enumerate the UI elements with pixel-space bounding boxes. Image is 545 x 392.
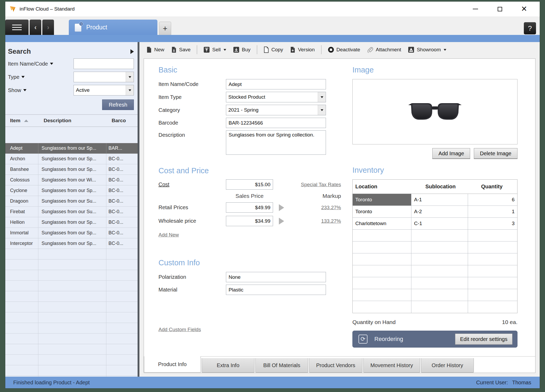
add-image-button[interactable]: Add Image bbox=[432, 148, 470, 159]
retail-price-input[interactable] bbox=[226, 202, 273, 213]
delete-image-button[interactable]: Delete Image bbox=[474, 148, 517, 159]
product-detail-panel: Basic Item Name/Code Item Type Stocked P… bbox=[144, 58, 535, 373]
list-item-adept[interactable]: AdeptSunglasses from our Sp...BAR... bbox=[5, 143, 138, 154]
save-icon bbox=[171, 47, 177, 53]
retail-prices-label: Retail Prices bbox=[158, 204, 226, 211]
inventory-row-empty[interactable] bbox=[353, 230, 517, 241]
column-header-description[interactable]: Description bbox=[44, 118, 112, 124]
paperclip-icon bbox=[367, 47, 373, 53]
edit-reorder-settings-button[interactable]: Edit reorder settings bbox=[455, 334, 512, 345]
attachment-button[interactable]: Attachment bbox=[364, 44, 404, 55]
apply-markup-arrow-icon[interactable] bbox=[279, 218, 284, 225]
inventory-row-empty[interactable] bbox=[353, 277, 517, 289]
retail-markup-link[interactable]: 233.27% bbox=[292, 205, 341, 211]
inventory-row[interactable]: Toronto A-2 1 bbox=[353, 206, 517, 218]
deactivate-button[interactable]: Deactivate bbox=[325, 44, 363, 55]
tab-product[interactable]: + Product bbox=[69, 20, 157, 35]
column-header-item[interactable]: Item bbox=[10, 118, 20, 124]
tab-order-history[interactable]: Order History bbox=[421, 358, 474, 373]
sell-button[interactable]: Sell bbox=[201, 44, 229, 55]
inventory-row[interactable]: Toronto A-1 6 bbox=[353, 194, 517, 206]
list-item-empty bbox=[5, 302, 138, 312]
list-item-empty bbox=[5, 355, 138, 365]
column-header-barcode[interactable]: Barco bbox=[112, 118, 138, 124]
copy-icon bbox=[264, 47, 269, 53]
nav-back-button[interactable]: ‹ bbox=[30, 20, 41, 35]
accent-strip bbox=[5, 35, 540, 42]
field-selector-dropdown-icon[interactable] bbox=[21, 76, 25, 78]
inventory-row-empty[interactable] bbox=[353, 253, 517, 265]
close-button[interactable]: ✕ bbox=[520, 5, 528, 13]
item-type-select[interactable]: Stocked Product bbox=[226, 92, 326, 102]
item-name-search-input[interactable] bbox=[74, 58, 134, 69]
inventory-row-empty[interactable] bbox=[353, 241, 517, 253]
cost-link[interactable]: Cost bbox=[158, 181, 226, 188]
main-menu-button[interactable] bbox=[5, 20, 29, 35]
new-tab-button[interactable]: + bbox=[159, 22, 171, 35]
sidebar-splitter[interactable] bbox=[138, 42, 139, 377]
markup-header: Markup bbox=[292, 193, 341, 199]
list-item-empty bbox=[5, 291, 138, 302]
add-custom-fields-link[interactable]: Add Custom Fields bbox=[158, 327, 341, 332]
list-item-immortal[interactable]: ImmortalSunglasses from our Sp...BC-0... bbox=[5, 228, 138, 238]
field-selector-dropdown-icon[interactable] bbox=[23, 89, 26, 91]
reordering-bar: ⟳ Reordering Edit reorder settings bbox=[352, 331, 517, 348]
save-button[interactable]: Save bbox=[169, 44, 193, 55]
product-document-icon: + bbox=[75, 23, 82, 32]
inventory-row-empty[interactable] bbox=[353, 265, 517, 277]
category-select[interactable]: 2021 - Spring bbox=[226, 105, 326, 115]
tab-extra-info[interactable]: Extra Info bbox=[202, 358, 255, 373]
tab-product-vendors[interactable]: Product Vendors bbox=[309, 358, 362, 373]
barcode-input[interactable] bbox=[226, 118, 326, 128]
buy-button[interactable]: Buy bbox=[230, 44, 253, 55]
list-item-archon[interactable]: ArchonSunglasses from our Sp...BC-0... bbox=[5, 154, 138, 164]
list-item-firebat[interactable]: FirebatSunglasses from our Su...BC-0... bbox=[5, 207, 138, 217]
column-header-location: Location bbox=[353, 184, 411, 190]
list-item-hellion[interactable]: HellionSunglasses from our Sp...BC-0... bbox=[5, 217, 138, 228]
list-item-empty bbox=[5, 312, 138, 323]
tab-movement-history[interactable]: Movement History bbox=[363, 358, 420, 373]
field-selector-dropdown-icon[interactable] bbox=[50, 63, 53, 65]
list-item-dragoon[interactable]: DragoonSunglasses from our Su...BC-0... bbox=[5, 196, 138, 207]
cost-input[interactable] bbox=[226, 179, 273, 190]
wholesale-price-input[interactable] bbox=[226, 216, 273, 226]
list-item-banshee[interactable]: BansheeSunglasses from our Sp...BC-0... bbox=[5, 164, 138, 175]
show-select[interactable]: Active bbox=[74, 85, 134, 95]
special-tax-rates-link[interactable]: Special Tax Rates bbox=[292, 182, 341, 188]
list-item-colossus[interactable]: ColossusSunglasses from our Wi...BC-0... bbox=[5, 175, 138, 185]
polarization-input[interactable] bbox=[226, 272, 326, 282]
help-button[interactable]: ? bbox=[524, 22, 536, 34]
refresh-button[interactable]: Refresh bbox=[102, 99, 134, 110]
tab-bill-of-materials[interactable]: Bill Of Materials bbox=[255, 358, 308, 373]
list-item-interceptor[interactable]: InterceptorSunglasses from our Sp...BC-0… bbox=[5, 238, 138, 249]
barcode-label: Barcode bbox=[158, 120, 226, 126]
item-name-input[interactable] bbox=[226, 79, 326, 89]
item-list-header: Item Description Barco bbox=[5, 115, 138, 127]
toolbar-separator bbox=[257, 45, 257, 54]
apply-markup-arrow-icon[interactable] bbox=[279, 204, 284, 211]
material-label: Material bbox=[158, 287, 226, 293]
material-input[interactable] bbox=[226, 285, 326, 295]
description-textarea[interactable]: Sunglasses from our Spring collection. bbox=[226, 130, 326, 155]
version-button[interactable]: Version bbox=[287, 44, 317, 55]
minimize-button[interactable] bbox=[471, 5, 479, 13]
inventory-row-empty[interactable] bbox=[353, 289, 517, 301]
wholesale-markup-link[interactable]: 133.27% bbox=[292, 218, 341, 224]
inventory-row[interactable]: Charlottetown C-1 3 bbox=[353, 218, 517, 230]
type-select[interactable] bbox=[74, 72, 134, 82]
copy-button[interactable]: Copy bbox=[261, 44, 286, 55]
tab-product-info[interactable]: Product Info bbox=[144, 356, 201, 373]
product-toolbar: New Save Sell bbox=[139, 42, 540, 57]
new-button[interactable]: New bbox=[144, 44, 167, 55]
showroom-button[interactable]: Showroom bbox=[405, 44, 449, 55]
maximize-button[interactable] bbox=[496, 5, 504, 13]
collapse-panel-arrow-icon[interactable] bbox=[130, 49, 134, 54]
nav-forward-button[interactable]: › bbox=[42, 20, 54, 35]
add-new-price-link[interactable]: Add New bbox=[158, 232, 179, 238]
polarization-label: Polarization bbox=[158, 274, 226, 280]
search-title: Search bbox=[8, 47, 31, 56]
list-item-cyclone[interactable]: CycloneSunglasses from our Sp...BC-0... bbox=[5, 185, 138, 196]
chevron-left-icon: ‹ bbox=[34, 23, 37, 31]
inflow-logo-icon bbox=[9, 5, 16, 13]
inventory-row-empty[interactable] bbox=[353, 301, 517, 313]
